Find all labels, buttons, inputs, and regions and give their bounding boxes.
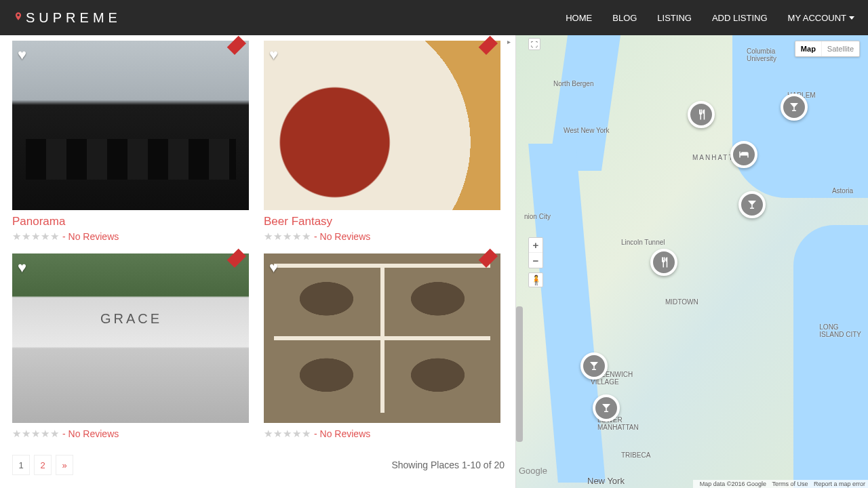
heart-icon[interactable]: ♥ <box>269 46 278 64</box>
star-rating: ★★★★★ <box>12 428 60 440</box>
chevron-down-icon <box>849 16 854 20</box>
map-label: TRIBECA <box>621 451 650 459</box>
map-pin-cocktail[interactable] <box>580 352 608 380</box>
listing-card[interactable]: ♥ Panorama ★★★★★ - No Reviews <box>12 41 253 243</box>
listings-panel: ♥ Panorama ★★★★★ - No Reviews ♥ Beer Fan… <box>0 35 515 488</box>
map-pin-cocktail[interactable] <box>593 394 620 422</box>
map-data: Map data ©2016 Google <box>700 481 766 487</box>
map-label: Columbia University <box>747 47 776 62</box>
map-label: New York <box>587 476 625 486</box>
ribbon-icon <box>227 249 246 268</box>
map-report[interactable]: Report a map error <box>814 481 865 487</box>
collapse-icon[interactable]: ▸ <box>507 38 514 47</box>
no-reviews: - No Reviews <box>62 428 119 439</box>
google-logo: Google <box>519 466 547 476</box>
listing-image: ♥ <box>12 253 249 423</box>
listing-card[interactable]: ♥ Beer Fantasy ★★★★★ - No Reviews <box>264 41 505 243</box>
pin-icon <box>14 10 23 26</box>
no-reviews: - No Reviews <box>62 231 119 242</box>
nav: HOME BLOG LISTING ADD LISTING MY ACCOUNT <box>566 13 854 23</box>
heart-icon[interactable]: ♥ <box>18 259 26 277</box>
nav-my-account[interactable]: MY ACCOUNT <box>788 13 854 23</box>
logo[interactable]: SUPREME <box>14 10 121 26</box>
listing-image: ♥ <box>264 253 500 423</box>
map-pin-cocktail[interactable] <box>781 94 808 121</box>
scrollbar[interactable] <box>516 35 523 488</box>
results-count: Showing Places 1-10 of 20 <box>391 460 505 470</box>
map-attribution: Map data ©2016 Google Terms of Use Repor… <box>693 480 868 488</box>
ribbon-icon <box>479 249 498 268</box>
map-type-map[interactable]: Map <box>795 41 822 56</box>
page-2[interactable]: 2 <box>34 455 52 475</box>
heart-icon[interactable]: ♥ <box>18 46 26 64</box>
map-label: Lincoln Tunnel <box>621 239 665 246</box>
zoom-in-button[interactable]: + <box>529 238 542 253</box>
listing-image: ♥ <box>12 41 249 210</box>
pagination: 1 2 » <box>12 455 73 475</box>
zoom-controls: + − <box>528 237 543 268</box>
map-label: MIDTOWN <box>665 298 698 306</box>
map-label: LONG ISLAND CITY <box>819 323 861 338</box>
star-rating: ★★★★★ <box>264 428 311 440</box>
star-rating: ★★★★★ <box>12 230 60 243</box>
map-pin-restaurant[interactable] <box>688 101 715 128</box>
nav-add-listing[interactable]: ADD LISTING <box>712 13 768 23</box>
zoom-out-button[interactable]: − <box>529 253 542 268</box>
map-panel[interactable]: ▸ North Bergen West New York nion City M… <box>515 35 868 488</box>
listing-card[interactable]: ♥ ★★★★★ - No Reviews <box>264 253 505 440</box>
nav-account-label: MY ACCOUNT <box>788 13 846 23</box>
fullscreen-button[interactable]: ⛶ <box>528 38 540 50</box>
logo-text: SUPREME <box>26 10 121 26</box>
page-1[interactable]: 1 <box>12 455 30 475</box>
map-label: Astoria <box>832 187 853 195</box>
listing-card[interactable]: ♥ ★★★★★ - No Reviews <box>12 253 253 440</box>
map-pin-cocktail[interactable] <box>738 191 766 218</box>
star-rating: ★★★★★ <box>264 230 311 243</box>
listing-title[interactable]: Panorama <box>12 215 253 228</box>
ribbon-icon <box>227 36 246 55</box>
nav-blog[interactable]: BLOG <box>612 13 637 23</box>
page-next[interactable]: » <box>56 455 73 475</box>
listing-title[interactable]: Beer Fantasy <box>264 215 505 228</box>
listing-image: ♥ <box>264 41 500 210</box>
map-terms[interactable]: Terms of Use <box>772 481 808 487</box>
no-reviews: - No Reviews <box>314 428 370 439</box>
map-pin-hotel[interactable] <box>730 141 757 168</box>
map-pin-restaurant[interactable] <box>650 249 677 276</box>
map-label: nion City <box>524 213 551 220</box>
ribbon-icon <box>479 36 498 55</box>
map-label: West New York <box>564 127 610 134</box>
heart-icon[interactable]: ♥ <box>269 259 278 277</box>
no-reviews: - No Reviews <box>314 231 370 242</box>
nav-listing[interactable]: LISTING <box>657 13 692 23</box>
map-type-satellite[interactable]: Satellite <box>822 41 859 56</box>
nav-home[interactable]: HOME <box>566 13 592 23</box>
street-view-button[interactable]: 🧍 <box>528 272 543 287</box>
header: SUPREME HOME BLOG LISTING ADD LISTING MY… <box>0 0 868 35</box>
map-type-toggle: Map Satellite <box>795 41 860 57</box>
map-label: North Bergen <box>553 80 593 87</box>
